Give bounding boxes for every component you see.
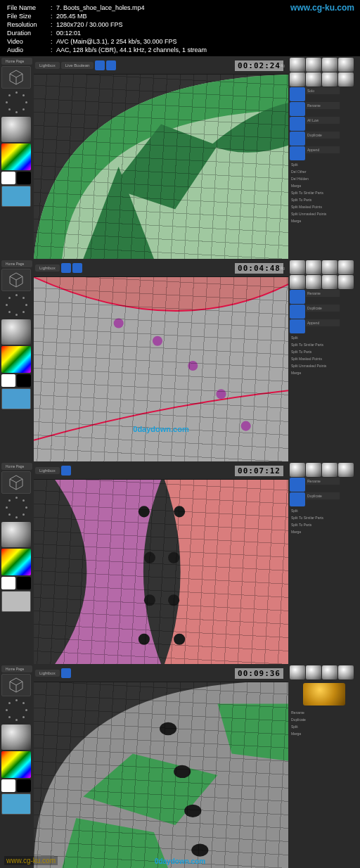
quickpick-wheel[interactable] [6,497,28,519]
white-swatch[interactable] [1,172,15,184]
matcap-icon[interactable] [306,463,321,477]
cube-tool-icon[interactable] [1,269,31,291]
subtool-item[interactable] [290,492,305,506]
material-preview[interactable] [1,522,31,547]
subtool-label[interactable]: All Low [306,117,340,124]
menu-item[interactable]: Del Hidden [290,175,359,181]
matcap-icon[interactable] [290,72,305,87]
menu-item[interactable]: Del Other [290,168,359,174]
viewport-3d[interactable] [34,75,288,259]
matcap-icon[interactable] [290,260,305,274]
matcap-icon[interactable] [290,463,305,477]
subtool-label[interactable]: Rename [306,478,340,485]
subtool-label[interactable]: Append [306,146,340,153]
quickpick-wheel[interactable] [6,699,28,722]
quickpick-wheel[interactable] [6,91,28,114]
live-boolean-tab[interactable]: Live Boolean [61,62,94,69]
black-swatch[interactable] [17,172,31,184]
matcap-icon[interactable] [322,463,338,477]
subtool-label[interactable]: Duplicate [306,305,340,312]
home-tab[interactable]: Home Page [1,260,32,267]
menu-item[interactable]: Merge [290,730,359,736]
matcap-icon[interactable] [306,275,321,289]
white-swatch[interactable] [1,577,15,589]
menu-item[interactable]: Merge [290,528,359,535]
matcap-icon[interactable] [322,58,338,72]
toolbar-icon[interactable] [95,60,105,70]
color-picker[interactable] [1,751,31,778]
menu-item[interactable]: Split [290,334,359,340]
material-preview[interactable] [1,319,31,345]
brush-preview[interactable] [1,793,31,815]
cube-tool-icon[interactable] [1,66,31,89]
brush-preview[interactable] [1,388,31,409]
subtool-item[interactable] [290,319,305,333]
menu-item[interactable]: Split To Similar Parts [290,189,359,196]
toolbar-icon[interactable] [61,466,71,476]
lightbox-tab[interactable]: Lightbox [35,670,60,677]
subtool-label[interactable]: Rename [306,102,340,109]
matcap-icon[interactable] [338,665,354,679]
menu-item[interactable]: Split To Similar Parts [290,341,359,347]
viewport-3d[interactable] [34,682,288,868]
subtool-label[interactable]: Solo [306,87,340,94]
cube-tool-icon[interactable] [1,674,31,696]
subtool-item[interactable] [290,478,305,492]
home-tab[interactable]: Home Page [1,58,32,65]
brush-preview[interactable] [1,591,31,612]
toolbar-icon[interactable] [106,60,116,70]
subtool-label[interactable]: Duplicate [306,132,340,139]
matcap-icon[interactable] [338,72,354,87]
home-tab[interactable]: Home Page [1,665,32,672]
white-swatch[interactable] [1,374,15,387]
menu-item[interactable]: Split [290,161,359,167]
gold-matcap-icon[interactable] [303,683,345,706]
viewport-3d[interactable]: 0daydown.com [34,277,288,461]
menu-item[interactable]: Split To Parts [290,348,359,355]
black-swatch[interactable] [17,779,31,792]
lightbox-tab[interactable]: Lightbox [35,62,60,69]
lightbox-tab[interactable]: Lightbox [35,264,60,272]
lightbox-tab[interactable]: Lightbox [35,467,60,474]
viewport-3d[interactable] [34,480,288,664]
material-preview[interactable] [1,725,31,750]
matcap-icon[interactable] [338,463,354,477]
matcap-icon[interactable] [306,665,321,679]
menu-item[interactable]: Split Masked Points [290,355,359,362]
toolbar-icon[interactable] [72,263,82,273]
material-preview[interactable] [1,117,31,142]
menu-item[interactable]: Split To Parts [290,521,359,528]
matcap-icon[interactable] [322,72,338,87]
white-swatch[interactable] [1,779,15,792]
matcap-icon[interactable] [338,275,354,289]
quickpick-wheel[interactable] [6,294,28,317]
menu-item[interactable]: Merge [290,182,359,189]
color-picker[interactable] [1,143,31,170]
subtool-item[interactable] [290,305,305,319]
matcap-icon[interactable] [338,260,354,274]
menu-item[interactable]: Split To Parts [290,196,359,203]
subtool-item[interactable] [290,117,305,131]
color-picker[interactable] [1,549,31,575]
subtool-label[interactable]: Rename [306,290,340,297]
menu-item[interactable]: Split To Similar Parts [290,514,359,521]
cube-tool-icon[interactable] [1,471,31,494]
black-swatch[interactable] [17,577,31,589]
subtool-item[interactable] [290,102,305,116]
matcap-icon[interactable] [306,72,321,87]
menu-item[interactable]: Split Unmasked Points [290,210,359,217]
matcap-icon[interactable] [322,275,338,289]
menu-item[interactable]: Duplicate [290,716,359,722]
matcap-icon[interactable] [322,665,338,679]
color-picker[interactable] [1,346,31,373]
subtool-item[interactable] [290,290,305,304]
menu-item[interactable]: Merge [290,217,359,224]
matcap-icon[interactable] [306,58,321,72]
toolbar-icon[interactable] [61,263,71,273]
home-tab[interactable]: Home Page [1,463,32,470]
brush-preview[interactable] [1,186,31,207]
subtool-item[interactable] [290,132,305,146]
subtool-label[interactable]: Append [306,319,340,326]
menu-item[interactable]: Rename [290,709,359,715]
menu-item[interactable]: Split [290,507,359,513]
